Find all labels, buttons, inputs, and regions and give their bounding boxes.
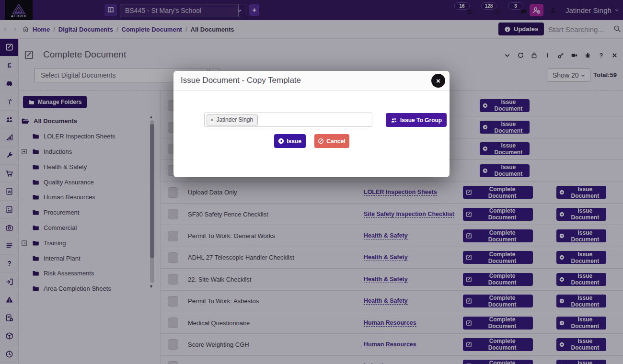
recipient-input[interactable]: × Jatinder Singh — [204, 113, 372, 127]
issue-button[interactable]: Issue — [274, 134, 306, 148]
cancel-label: Cancel — [326, 138, 345, 145]
issue-document-modal: Issue Document - Copy Template × × Jatin… — [173, 71, 450, 177]
users-icon — [391, 117, 397, 124]
ban-icon — [318, 138, 324, 144]
remove-tag-icon[interactable]: × — [210, 117, 213, 123]
modal-close-button[interactable]: × — [431, 74, 445, 88]
modal-title: Issue Document - Copy Template — [173, 71, 450, 91]
cancel-button[interactable]: Cancel — [314, 134, 349, 148]
recipient-tag-label: Jatinder Singh — [216, 116, 253, 123]
modal-backdrop[interactable] — [0, 0, 623, 364]
issue-to-group-button[interactable]: Issue To Group — [386, 113, 447, 127]
modal-actions: Issue Cancel — [173, 134, 450, 148]
issue-label: Issue — [287, 138, 301, 145]
arrow-circle-icon — [278, 138, 284, 144]
issue-to-group-label: Issue To Group — [400, 117, 442, 124]
recipient-tag: × Jatinder Singh — [207, 114, 258, 125]
